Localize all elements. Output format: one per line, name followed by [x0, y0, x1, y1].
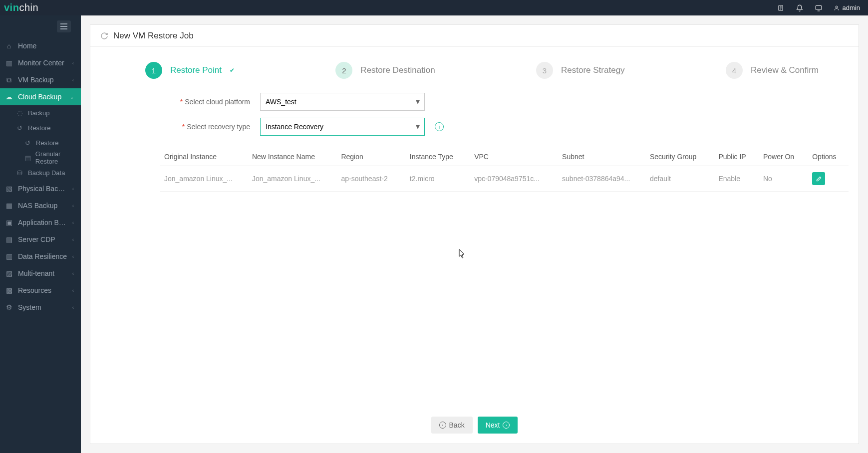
tenant-icon: ▨	[5, 269, 13, 277]
cell-subnet: subnet-0378864a94...	[558, 166, 646, 192]
cell-itype: t2.micro	[406, 166, 470, 192]
clipboard-icon[interactable]	[777, 4, 785, 12]
cloud-platform-label: *Select cloud platform	[160, 98, 250, 106]
svg-rect-4	[816, 5, 822, 9]
chevron-icon: ‹	[72, 254, 74, 259]
recovery-type-label: *Select recovery type	[160, 123, 250, 131]
panel-header: New VM Restore Job	[90, 25, 859, 47]
physical-icon: ▧	[5, 185, 13, 193]
sidebar-item-home[interactable]: ⌂ Home	[0, 37, 81, 54]
user-name: admin	[843, 4, 860, 11]
sidebar-sub-restore-child[interactable]: ↺ Restore	[0, 135, 81, 150]
th-sg: Security Group	[646, 148, 714, 166]
step-restore-point[interactable]: 1 Restore Point ✔	[145, 62, 235, 79]
brand-logo: vinchin	[4, 2, 38, 13]
sidebar-item-physical[interactable]: ▧ Physical Backup ‹	[0, 180, 81, 197]
page-title: New VM Restore Job	[113, 31, 194, 41]
backup-icon: ◌	[17, 109, 24, 117]
vm-icon: ⧉	[5, 76, 13, 84]
chevron-icon: ‹	[72, 220, 74, 226]
svg-point-6	[836, 6, 838, 8]
cell-pubip: Enable	[714, 166, 759, 192]
sidebar-item-resources[interactable]: ▩ Resources ‹	[0, 282, 81, 299]
sidebar-sub-backupdata[interactable]: ⛁ Backup Data	[0, 165, 81, 180]
sidebar-sub-granular[interactable]: ▤ Granular Restore	[0, 150, 81, 165]
restore-icon: ↺	[25, 139, 32, 147]
th-itype: Instance Type	[406, 148, 470, 166]
sidebar-item-cloudbackup[interactable]: ☁ Cloud Backup ⌄	[0, 88, 81, 105]
chevron-icon: ‹	[72, 77, 74, 83]
arrow-left-icon: ‹	[439, 422, 446, 429]
cell-options	[808, 166, 849, 192]
chevron-down-icon: ⌄	[70, 94, 74, 100]
sidebar: ⌂ Home ▥ Monitor Center ‹ ⧉ VM Backup ‹ …	[0, 15, 81, 453]
sidebar-item-system[interactable]: ⚙ System ‹	[0, 299, 81, 316]
sidebar-item-nas[interactable]: ▦ NAS Backup ‹	[0, 197, 81, 214]
resources-icon: ▩	[5, 286, 13, 294]
restore-icon: ↺	[17, 124, 24, 132]
sidebar-toggle[interactable]	[57, 20, 71, 32]
info-icon[interactable]: i	[435, 122, 444, 131]
sidebar-item-cdp[interactable]: ▤ Server CDP ‹	[0, 231, 81, 248]
sidebar-item-monitor[interactable]: ▥ Monitor Center ‹	[0, 54, 81, 71]
cell-vpc: vpc-079048a9751c...	[470, 166, 558, 192]
user-menu[interactable]: admin	[834, 4, 860, 11]
check-icon: ✔	[230, 67, 235, 74]
th-subnet: Subnet	[558, 148, 646, 166]
sidebar-item-vmbackup[interactable]: ⧉ VM Backup ‹	[0, 71, 81, 88]
next-button[interactable]: Next ›	[478, 417, 518, 434]
sidebar-item-resilience[interactable]: ▥ Data Resilience ‹	[0, 248, 81, 265]
cell-region: ap-southeast-2	[337, 166, 405, 192]
bell-icon[interactable]	[796, 4, 804, 12]
main-content: New VM Restore Job 1 Restore Point ✔ 2 R…	[81, 15, 868, 453]
topbar: vinchin admin	[0, 0, 868, 15]
th-original: Original Instance	[160, 148, 248, 166]
monitor-center-icon: ▥	[5, 59, 13, 67]
brand-part2: chin	[19, 2, 38, 13]
wizard-footer: ‹ Back Next ›	[90, 407, 859, 444]
cloud-icon: ☁	[5, 93, 13, 101]
cell-newname: Jon_amazon Linux_...	[248, 166, 337, 192]
th-newname: New Instance Name	[248, 148, 337, 166]
cdp-icon: ▤	[5, 235, 13, 243]
step-review-confirm[interactable]: 4 Review & Confirm	[726, 62, 819, 79]
recovery-type-select[interactable]: Instance Recovery	[260, 118, 425, 136]
cell-poweron: No	[759, 166, 808, 192]
monitor-icon[interactable]	[815, 4, 823, 12]
granular-icon: ▤	[25, 154, 31, 162]
table-row[interactable]: Jon_amazon Linux_... Jon_amazon Linux_..…	[160, 166, 849, 192]
chevron-icon: ‹	[72, 271, 74, 276]
chevron-icon: ‹	[72, 203, 74, 209]
arrow-right-icon: ›	[503, 422, 510, 429]
resilience-icon: ▥	[5, 252, 13, 260]
refresh-icon[interactable]	[100, 32, 108, 40]
th-region: Region	[337, 148, 405, 166]
sidebar-item-application[interactable]: ▣ Application Backup ‹	[0, 214, 81, 231]
cloud-platform-select[interactable]: AWS_test	[260, 93, 425, 111]
brand-part1: vin	[4, 2, 19, 13]
chevron-icon: ‹	[72, 305, 74, 310]
data-icon: ⛁	[17, 169, 24, 177]
cell-sg: default	[646, 166, 714, 192]
th-poweron: Power On	[759, 148, 808, 166]
home-icon: ⌂	[5, 42, 13, 50]
step-restore-strategy[interactable]: 3 Restore Strategy	[536, 62, 625, 79]
sidebar-sub-backup[interactable]: ◌ Backup	[0, 105, 81, 120]
instance-table: Original Instance New Instance Name Regi…	[160, 148, 849, 192]
recovery-type-row: *Select recovery type Instance Recovery …	[160, 118, 859, 136]
chevron-icon: ‹	[72, 237, 74, 242]
th-pubip: Public IP	[714, 148, 759, 166]
step-restore-destination[interactable]: 2 Restore Destination	[335, 62, 435, 79]
cell-original: Jon_amazon Linux_...	[160, 166, 248, 192]
wizard-stepper: 1 Restore Point ✔ 2 Restore Destination …	[90, 62, 859, 79]
cloud-platform-row: *Select cloud platform AWS_test	[160, 93, 859, 111]
sidebar-item-multitenant[interactable]: ▨ Multi-tenant ‹	[0, 265, 81, 282]
nas-icon: ▦	[5, 202, 13, 210]
chevron-icon: ‹	[72, 288, 74, 293]
back-button[interactable]: ‹ Back	[431, 417, 473, 434]
system-icon: ⚙	[5, 303, 13, 311]
th-vpc: VPC	[470, 148, 558, 166]
th-options: Options	[808, 148, 849, 166]
sidebar-sub-restore[interactable]: ↺ Restore	[0, 120, 81, 135]
edit-row-button[interactable]	[812, 172, 825, 185]
